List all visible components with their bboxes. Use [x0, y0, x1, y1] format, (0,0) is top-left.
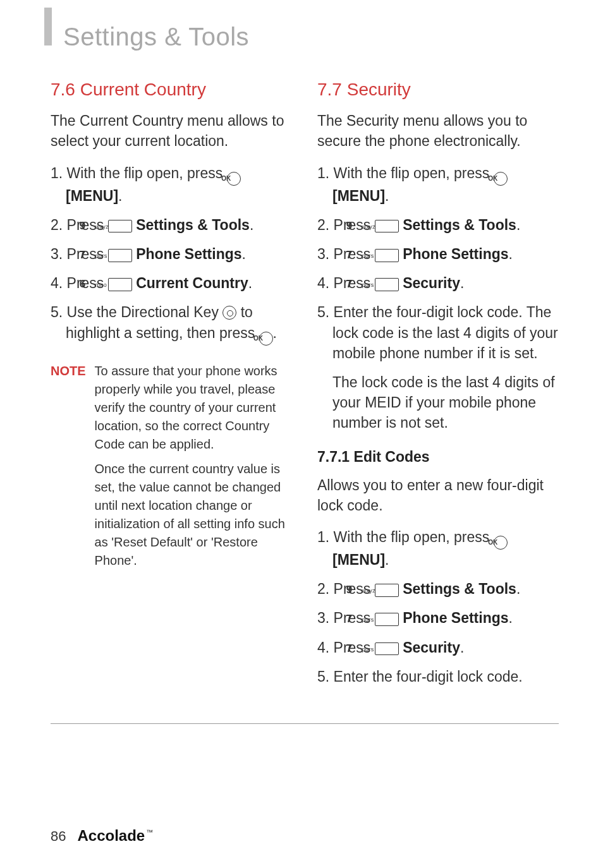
key-7-icon: 7pqrs [375, 642, 399, 656]
note-body: To assure that your phone works properly… [95, 362, 292, 576]
label: Phone Settings [136, 246, 241, 262]
text: . [516, 581, 520, 597]
page-number: 86 [51, 827, 66, 847]
menu-label: [MENU] [332, 552, 385, 568]
key-9-icon: 9wxyz [108, 220, 132, 233]
page-title: Settings & Tools [51, 19, 559, 54]
intro-security: The Security menu allows you to secure t… [317, 111, 559, 151]
step-cc-5: 5. Use the Directional Key to highlight … [51, 302, 292, 345]
text: . [248, 275, 252, 291]
text: . [460, 275, 464, 291]
label: Security [403, 639, 460, 656]
intro-edit-codes: Allows you to enter a new four-digit loc… [317, 475, 559, 515]
text: 1. With the flip open, press [317, 165, 494, 181]
text: . [250, 217, 253, 233]
directional-key-icon [222, 306, 236, 320]
key-7-icon: 7pqrs [375, 249, 399, 262]
step-cc-2: 2. Press 9wxyz Settings & Tools. [51, 215, 292, 235]
step-sec-1: 1. With the flip open, press OK [MENU]. [317, 163, 559, 206]
key-7-icon: 7pqrs [108, 249, 132, 262]
text: . [509, 246, 513, 262]
title-accent-bar [44, 8, 52, 45]
note-text-2: Once the current country value is set, t… [95, 460, 292, 570]
label: Current Country [136, 275, 248, 291]
subheading-edit-codes: 7.7.1 Edit Codes [317, 447, 559, 467]
column-left: 7.6 Current Country The Current Country … [51, 73, 292, 696]
step-ec-3: 3. Press 7pqrs Phone Settings. [317, 608, 559, 628]
ok-icon: OK [494, 172, 508, 186]
step-ec-2: 2. Press 9wxyz Settings & Tools. [317, 579, 559, 599]
step-ec-5: 5. Enter the four-digit lock code. [317, 666, 559, 687]
note-label: NOTE [51, 362, 86, 576]
key-9-icon: 9wxyz [375, 220, 399, 233]
ok-icon: OK [494, 536, 508, 550]
paragraph-meid: The lock code is the last 4 digits of yo… [317, 372, 559, 433]
key-6-icon: 6mno [108, 278, 132, 291]
key-7-icon: 7pqrs [375, 278, 399, 291]
text: . [273, 325, 277, 341]
step-sec-5: 5. Enter the four-digit lock code. The l… [317, 302, 559, 363]
label: Security [403, 275, 460, 291]
step-ec-4: 4. Press 7pqrs Security. [317, 637, 559, 658]
key-9-icon: 9wxyz [375, 584, 399, 597]
note-text-1: To assure that your phone works properly… [95, 362, 292, 454]
text: 1. With the flip open, press [51, 165, 227, 181]
step-cc-4: 4. Press 6mno Current Country. [51, 273, 292, 293]
section-heading-security: 7.7 Security [317, 77, 559, 102]
footer-rule [51, 723, 559, 724]
text: . [509, 610, 513, 626]
step-ec-1: 1. With the flip open, press OK [MENU]. [317, 527, 559, 570]
column-right: 7.7 Security The Security menu allows yo… [317, 73, 559, 696]
key-7-icon: 7pqrs [375, 613, 399, 626]
label: Phone Settings [403, 246, 508, 262]
text: . [516, 217, 520, 233]
text: 1. With the flip open, press [317, 529, 494, 545]
step-cc-1: 1. With the flip open, press OK [MENU]. [51, 163, 292, 206]
text: . [460, 639, 464, 656]
text: . [118, 188, 122, 204]
text: . [385, 188, 389, 204]
label: Settings & Tools [403, 581, 516, 597]
ok-icon: OK [259, 332, 273, 346]
label: Settings & Tools [403, 217, 516, 233]
intro-current-country: The Current Country menu allows to selec… [51, 111, 292, 151]
label: Phone Settings [403, 610, 508, 626]
page-footer: 86 Accolade [51, 825, 152, 847]
step-cc-3: 3. Press 7pqrs Phone Settings. [51, 244, 292, 264]
content-columns: 7.6 Current Country The Current Country … [51, 73, 559, 696]
brand-logo: Accolade [77, 825, 152, 847]
ok-icon: OK [227, 172, 241, 186]
step-sec-4: 4. Press 7pqrs Security. [317, 273, 559, 293]
step-sec-2: 2. Press 9wxyz Settings & Tools. [317, 215, 559, 235]
label: Settings & Tools [136, 217, 250, 233]
text: . [385, 552, 389, 568]
text: 5. Use the Directional Key [51, 304, 222, 320]
menu-label: [MENU] [332, 188, 385, 204]
section-heading-current-country: 7.6 Current Country [51, 77, 292, 102]
note-block: NOTE To assure that your phone works pro… [51, 362, 292, 576]
text: . [242, 246, 246, 262]
step-sec-3: 3. Press 7pqrs Phone Settings. [317, 244, 559, 264]
menu-label: [MENU] [66, 188, 118, 204]
